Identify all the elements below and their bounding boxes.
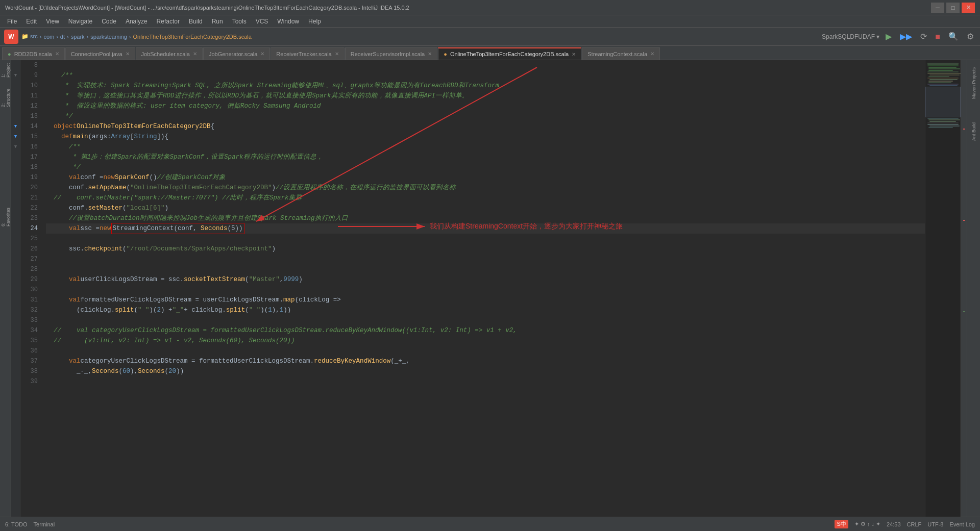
code-line-31: val formattedUserClickLogsDStream = user… bbox=[46, 295, 925, 305]
app-logo: W bbox=[4, 30, 18, 44]
code-line-23: //设置batchDuration时间间隔来控制Job生成的频率并且创建Spar… bbox=[46, 213, 925, 223]
breadcrumb-sparksteaming[interactable]: sparksteaming bbox=[90, 34, 127, 40]
panel-maven[interactable]: Maven Projects bbox=[969, 64, 978, 102]
code-line-8 bbox=[46, 60, 925, 70]
menu-window[interactable]: Window bbox=[273, 17, 303, 26]
cursor-position: 24:53 bbox=[887, 521, 901, 527]
encoding[interactable]: UTF-8 bbox=[927, 521, 943, 527]
tab-onlinethetop3[interactable]: ● OnlineTheTop3ItemForEachCategory2DB.sc… bbox=[438, 47, 581, 60]
status-left: 6: TODO Terminal bbox=[5, 521, 55, 527]
minimize-button[interactable]: ─ bbox=[931, 3, 944, 13]
close-button[interactable]: ✕ bbox=[962, 3, 975, 13]
code-line-14: object OnlineTheTop3ItemForEachCategory2… bbox=[46, 121, 925, 132]
run-button[interactable]: ▶ bbox=[884, 31, 894, 42]
tab-close-icon[interactable]: ✕ bbox=[193, 51, 197, 57]
toolbar-right: SparkSQLDFUDAF ▾ ▶ ▶▶ ⟳ ■ 🔍 ⚙ bbox=[822, 31, 976, 42]
breadcrumb-file[interactable]: OnlineTheTop3ItemForEachCategory2DB.scal… bbox=[133, 34, 252, 40]
code-line-26: ssc. checkpoint ( "/root/Documents/Spark… bbox=[46, 244, 925, 254]
status-right: S中 ✦ ⚙ ↑ ↓ ✦ 24:53 CRLF UTF-8 Event Log bbox=[835, 520, 975, 528]
gutter-arrow-14[interactable]: ▼ bbox=[11, 121, 20, 132]
code-line-10: * 实现技术: Spark Streaming+Spark SQL, 之所以Sp… bbox=[46, 81, 925, 91]
panel-ant[interactable]: Ant Build bbox=[969, 119, 978, 144]
code-line-9: /** bbox=[46, 70, 925, 81]
breadcrumb-src[interactable]: 📁 src bbox=[21, 33, 38, 40]
code-line-35: // (v1:Int, v2: Int) => v1 - v2, Seconds… bbox=[46, 336, 925, 346]
tab-close-icon[interactable]: ✕ bbox=[428, 51, 432, 57]
tab-close-icon[interactable]: ✕ bbox=[55, 51, 59, 57]
menu-code[interactable]: Code bbox=[97, 17, 120, 26]
main-area: 1: Project 2: Structure 6: Favorites ▼ ▼… bbox=[0, 60, 980, 517]
breadcrumb: 📁 src › com › dt › spark › sparksteaming… bbox=[21, 33, 252, 40]
tab-close-icon[interactable]: ✕ bbox=[650, 51, 654, 57]
menu-analyze[interactable]: Analyze bbox=[121, 17, 152, 26]
terminal-button[interactable]: Terminal bbox=[34, 521, 55, 527]
window-controls: ─ □ ✕ bbox=[931, 3, 975, 13]
menu-run[interactable]: Run bbox=[208, 17, 227, 26]
tab-close-icon[interactable]: ✕ bbox=[335, 51, 339, 57]
comment-text: /** bbox=[46, 70, 73, 81]
code-line-15: def main (args: Array [ String ]){ bbox=[46, 132, 925, 142]
breadcrumb-com[interactable]: com bbox=[43, 34, 54, 40]
debug-button[interactable]: ▶▶ bbox=[898, 31, 914, 42]
menu-edit[interactable]: Edit bbox=[22, 17, 41, 26]
todo-count[interactable]: 6: TODO bbox=[5, 521, 28, 527]
tab-jobgenerator[interactable]: JobGenerator.scala ✕ bbox=[203, 47, 270, 60]
code-line-21: // conf.setMaster("spark://Master:7077")… bbox=[46, 193, 925, 203]
right-panels: Maven Projects Ant Build bbox=[967, 60, 980, 517]
comment-text: * 假设这里的数据的格式: user item category, 例如Rock… bbox=[46, 101, 321, 111]
tab-receivertracker[interactable]: ReceiverTracker.scala ✕ bbox=[271, 47, 344, 60]
code-line-29: val userClickLogsDStream = ssc. socketTe… bbox=[46, 274, 925, 285]
menu-view[interactable]: View bbox=[42, 17, 63, 26]
tab-receiversupervisor[interactable]: ReceiverSupervisorImpl.scala ✕ bbox=[345, 47, 438, 60]
project-selector[interactable]: SparkSQLDFUDAF ▾ bbox=[822, 33, 879, 40]
fold-icon-16[interactable]: ▼ bbox=[11, 142, 20, 152]
left-sidebar: 1: Project 2: Structure 6: Favorites bbox=[0, 60, 11, 517]
gutter-arrow-15[interactable]: ▼ bbox=[11, 132, 20, 142]
sidebar-structure[interactable]: 2: Structure bbox=[0, 92, 12, 104]
menu-refactor[interactable]: Refactor bbox=[153, 17, 184, 26]
breadcrumb-spark[interactable]: spark bbox=[71, 34, 85, 40]
event-log[interactable]: Event Log bbox=[949, 521, 975, 527]
rerun-button[interactable]: ⟳ bbox=[918, 31, 929, 42]
tab-connectionpool[interactable]: ConnectionPool.java ✕ bbox=[65, 47, 135, 60]
code-line-30 bbox=[46, 285, 925, 295]
code-line-17: * 第1步：创建Spark的配置对象SparkConf，设置Spark程序的运行… bbox=[46, 152, 925, 162]
sidebar-favorites[interactable]: 6: Favorites bbox=[0, 211, 12, 223]
search-button[interactable]: 🔍 bbox=[946, 31, 961, 42]
fold-icon-9[interactable]: ▼ bbox=[11, 70, 20, 81]
title-bar: WordCount - [D:\IdeaProjects\WordCount] … bbox=[0, 0, 980, 15]
code-line-27 bbox=[46, 254, 925, 264]
sidebar-project[interactable]: 1: Project bbox=[0, 64, 12, 77]
tab-close-icon[interactable]: ✕ bbox=[260, 51, 264, 57]
stop-button[interactable]: ■ bbox=[933, 31, 942, 42]
breadcrumb-dt[interactable]: dt bbox=[60, 34, 65, 40]
tab-close-icon[interactable]: ✕ bbox=[572, 52, 576, 57]
menu-build[interactable]: Build bbox=[185, 17, 207, 26]
menu-file[interactable]: File bbox=[3, 17, 21, 26]
ime-icons: ✦ ⚙ ↑ ↓ ✦ bbox=[854, 521, 880, 527]
tab-close-icon[interactable]: ✕ bbox=[126, 51, 130, 57]
menu-vcs[interactable]: VCS bbox=[252, 17, 273, 26]
tab-rdd2db[interactable]: ● RDD2DB.scala ✕ bbox=[2, 47, 65, 60]
code-editor[interactable]: /** * 实现技术: Spark Streaming+Spark SQL, 之… bbox=[42, 60, 925, 517]
file-tabs: ● RDD2DB.scala ✕ ConnectionPool.java ✕ J… bbox=[0, 46, 980, 60]
menu-navigate[interactable]: Navigate bbox=[64, 17, 96, 26]
gutter: ▼ ▼ ▼ ▼ bbox=[11, 60, 20, 517]
toolbar: W 📁 src › com › dt › spark › sparksteami… bbox=[0, 28, 980, 46]
comment-text: */ bbox=[46, 111, 73, 121]
code-line-22: conf. setMaster ( "local[6]" ) bbox=[46, 203, 925, 213]
code-line-19: val conf = new SparkConf () //创建SparkCon… bbox=[46, 172, 925, 183]
menu-help[interactable]: Help bbox=[304, 17, 325, 26]
tab-jobscheduler[interactable]: JobScheduler.scala ✕ bbox=[136, 47, 203, 60]
tab-streamingcontext[interactable]: StreamingContext.scala ✕ bbox=[582, 47, 660, 60]
maximize-button[interactable]: □ bbox=[946, 3, 960, 13]
code-line-18: */ bbox=[46, 162, 925, 172]
error-marker-2 bbox=[963, 220, 965, 221]
line-ending[interactable]: CRLF bbox=[907, 521, 922, 527]
line-numbers: 8 9 10 11 12 13 14 15 16 17 18 19 20 21 … bbox=[20, 60, 42, 517]
code-line-36 bbox=[46, 346, 925, 356]
menu-tools[interactable]: Tools bbox=[228, 17, 251, 26]
comment-text: * 等接口，这些接口其实是基于RDD进行操作，所以以RDD为基石，就可以直接使用… bbox=[46, 91, 469, 101]
code-line-11: * 等接口，这些接口其实是基于RDD进行操作，所以以RDD为基石，就可以直接使用… bbox=[46, 91, 925, 101]
settings-button[interactable]: ⚙ bbox=[965, 31, 976, 42]
